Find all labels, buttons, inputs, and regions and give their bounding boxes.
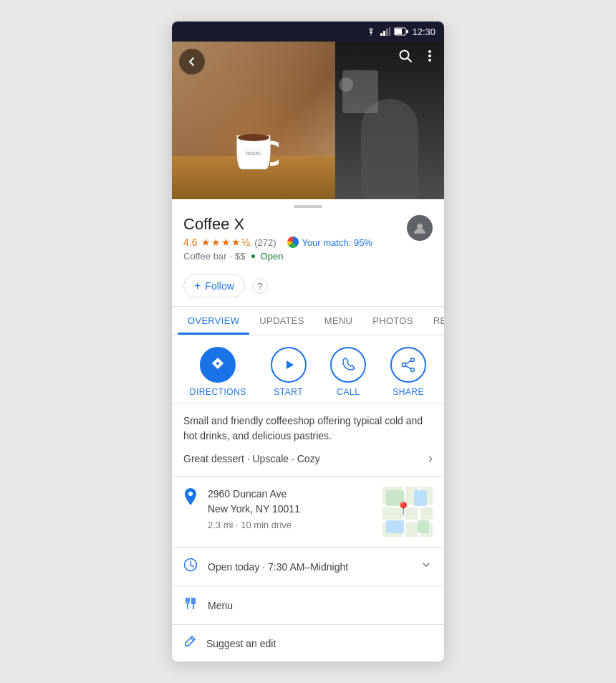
- call-button[interactable]: CALL: [330, 347, 366, 397]
- svg-text:REGIN.: REGIN.: [246, 151, 261, 156]
- hours-range: · 7:30 AM–Midnight: [259, 561, 348, 573]
- match-label: Your match: 95%: [302, 237, 372, 248]
- address-line1: 2960 Duncan Ave: [208, 487, 372, 502]
- business-type: Coffee bar: [183, 251, 226, 262]
- start-label: START: [274, 387, 303, 397]
- signal-icon: [380, 27, 390, 36]
- business-name: Coffee X: [183, 215, 407, 234]
- directions-label: DIRECTIONS: [190, 387, 246, 397]
- status-bar: 12:30: [172, 22, 444, 42]
- tab-overview[interactable]: OVERVIEW: [178, 307, 249, 335]
- svg-point-15: [417, 224, 423, 229]
- price-separator: ·: [229, 251, 232, 262]
- tabs-row: OVERVIEW UPDATES MENU PHOTOS REV: [172, 307, 444, 335]
- hero-images: REGIN.: [172, 42, 444, 199]
- svg-rect-1: [383, 31, 385, 36]
- menu-section[interactable]: Menu: [172, 586, 444, 625]
- coffee-cup: REGIN.: [228, 118, 279, 178]
- star-half: ½: [241, 237, 250, 248]
- rating-number: 4.6: [183, 237, 197, 248]
- status-icons: 12:30: [365, 27, 435, 37]
- svg-line-11: [408, 58, 411, 62]
- svg-rect-6: [406, 30, 408, 33]
- svg-marker-17: [287, 360, 294, 369]
- call-icon-circle: [330, 347, 366, 383]
- more-options-icon[interactable]: [423, 49, 437, 67]
- plus-icon: +: [194, 280, 201, 292]
- map-thumbnail[interactable]: 📍: [382, 487, 433, 537]
- svg-point-12: [428, 50, 431, 53]
- hours-text: Open today · 7:30 AM–Midnight: [208, 561, 410, 573]
- svg-point-19: [411, 368, 415, 372]
- tab-reviews[interactable]: REV: [423, 307, 444, 335]
- svg-line-29: [191, 638, 193, 641]
- hero-main-photo: REGIN.: [172, 42, 335, 199]
- svg-point-13: [428, 54, 431, 57]
- svg-line-25: [191, 565, 193, 567]
- address-distance: 2.3 mi · 10 min drive: [208, 520, 372, 530]
- share-label: SHARE: [393, 387, 424, 397]
- open-dot: [251, 254, 255, 258]
- star-3: ★: [221, 237, 231, 248]
- help-icon[interactable]: ?: [252, 278, 268, 294]
- chevron-right-icon: ›: [428, 451, 433, 466]
- match-badge: Your match: 95%: [287, 237, 372, 248]
- share-button[interactable]: SHARE: [390, 347, 426, 397]
- business-info: Coffee X 4.6 ★ ★ ★ ★ ½ (272) · Your matc…: [172, 208, 444, 269]
- svg-rect-5: [395, 29, 402, 34]
- review-count: (272): [254, 237, 276, 248]
- hero-side-photo: [335, 42, 444, 199]
- share-icon-circle: [390, 347, 426, 383]
- attributes-text: Great dessert · Upscale · Cozy: [183, 453, 320, 464]
- follow-row: + Follow ?: [172, 269, 444, 307]
- svg-line-22: [405, 366, 410, 368]
- follow-button[interactable]: + Follow: [183, 274, 245, 297]
- search-icon[interactable]: [398, 49, 413, 67]
- svg-rect-3: [389, 27, 390, 36]
- svg-point-20: [403, 363, 406, 367]
- back-button[interactable]: [179, 49, 205, 75]
- tab-menu[interactable]: MENU: [314, 307, 362, 335]
- follow-label: Follow: [205, 280, 234, 292]
- directions-button[interactable]: DIRECTIONS: [190, 347, 246, 397]
- star-1: ★: [201, 237, 211, 248]
- expand-icon: [420, 558, 433, 575]
- svg-rect-0: [380, 33, 382, 36]
- price-level: $$: [235, 251, 245, 262]
- utensils-icon: [183, 596, 198, 614]
- attributes-row[interactable]: Great dessert · Upscale · Cozy ›: [183, 451, 433, 466]
- edit-icon: [183, 635, 196, 651]
- open-status: Open: [261, 251, 284, 262]
- svg-point-7: [238, 134, 269, 141]
- svg-rect-2: [386, 29, 388, 36]
- description-section: Small and friendly coffeeshop offering t…: [172, 403, 444, 477]
- tab-photos[interactable]: PHOTOS: [362, 307, 423, 335]
- hours-section[interactable]: Open today · 7:30 AM–Midnight: [172, 548, 444, 586]
- map-pin: 📍: [395, 501, 411, 517]
- avatar[interactable]: [407, 215, 433, 241]
- description-text: Small and friendly coffeeshop offering t…: [183, 414, 433, 444]
- star-4: ★: [231, 237, 241, 248]
- wifi-icon: [365, 27, 377, 36]
- svg-line-21: [405, 360, 410, 363]
- clock-icon: [183, 558, 198, 575]
- status-time: 12:30: [412, 27, 435, 37]
- suggest-text: Suggest an edit: [206, 638, 276, 649]
- stars: ★ ★ ★ ★ ½: [201, 237, 250, 248]
- directions-icon-circle: [200, 347, 236, 383]
- star-2: ★: [211, 237, 221, 248]
- match-dot: [287, 237, 299, 248]
- menu-text: Menu: [208, 600, 233, 611]
- tab-updates[interactable]: UPDATES: [249, 307, 314, 335]
- start-button[interactable]: START: [271, 347, 307, 397]
- svg-point-14: [428, 59, 431, 62]
- call-label: CALL: [337, 387, 360, 397]
- hero-right-icons: [398, 49, 437, 67]
- location-icon: [183, 488, 198, 509]
- business-type-row: Coffee bar · $$ Open: [183, 251, 407, 262]
- address-line2: New York, NY 10011: [208, 502, 372, 517]
- suggest-section[interactable]: Suggest an edit: [172, 625, 444, 661]
- svg-point-18: [411, 358, 415, 362]
- actions-row: DIRECTIONS START CALL: [172, 335, 444, 403]
- rating-row: 4.6 ★ ★ ★ ★ ½ (272) · Your match: 95%: [183, 237, 407, 248]
